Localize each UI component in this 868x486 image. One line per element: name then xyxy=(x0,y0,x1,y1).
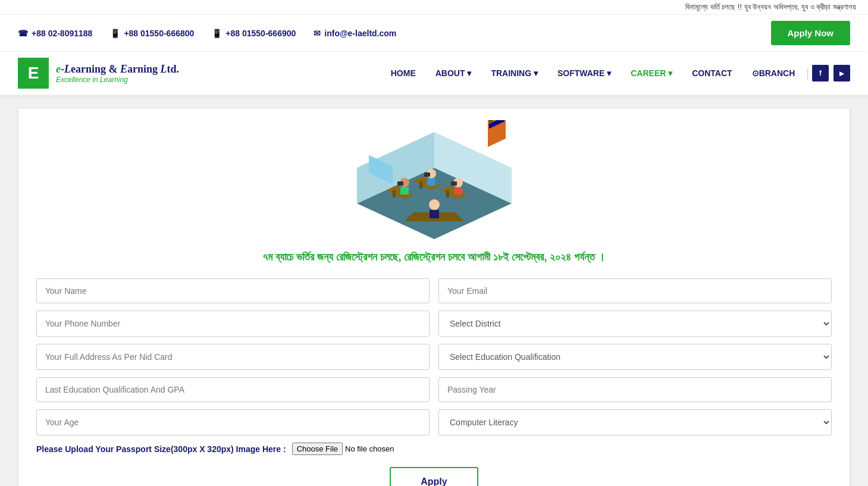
form-row-1 xyxy=(36,278,832,303)
education-select[interactable]: Select Education Qualification SSC HSC D… xyxy=(438,344,832,370)
phone-icon-2: 📱 xyxy=(110,29,120,38)
phone-icon-3: 📱 xyxy=(212,29,222,38)
nav-item-training[interactable]: TRAINING ▾ xyxy=(482,64,546,83)
contact-bar: ☎ +88 02-8091188 📱 +88 01550-666800 📱 +8… xyxy=(0,15,868,52)
facebook-icon[interactable]: f xyxy=(812,65,829,81)
logo-area: E e-Learning & Earning Ltd. Excellence i… xyxy=(18,58,179,89)
phone-1: ☎ +88 02-8091188 xyxy=(18,29,92,38)
svg-rect-15 xyxy=(454,187,462,195)
apply-button-row: Apply xyxy=(36,467,832,486)
upload-row: Please Upload Your Passport Size(300px X… xyxy=(36,443,832,455)
apply-now-button[interactable]: Apply Now xyxy=(771,21,851,45)
logo-icon: E xyxy=(18,58,49,89)
nav-item-branch[interactable]: ⊙BRANCH xyxy=(744,64,804,83)
svg-rect-22 xyxy=(430,210,439,218)
nav-social: f ▶ xyxy=(812,65,850,81)
form-row-3: Select Education Qualification SSC HSC D… xyxy=(36,344,832,370)
district-select[interactable]: Select District Dhaka Chittagong Rajshah… xyxy=(438,311,832,337)
svg-rect-19 xyxy=(400,187,409,195)
phone-2-value: +88 01550-666800 xyxy=(124,29,194,38)
apply-button[interactable]: Apply xyxy=(390,467,478,486)
nav-divider: | xyxy=(806,67,809,80)
form-row-2: Select District Dhaka Chittagong Rajshah… xyxy=(36,311,832,337)
logo-title: e-Learning & Earning Ltd. xyxy=(56,63,179,76)
youtube-icon[interactable]: ▶ xyxy=(833,65,850,81)
marquee-text: বিনামূল্যে ভর্তি চলছে !! যুব উন্নয়ন অধি… xyxy=(685,2,856,11)
svg-rect-11 xyxy=(427,178,435,186)
classroom-illustration xyxy=(345,120,524,239)
nav-item-about[interactable]: ABOUT ▾ xyxy=(427,64,480,83)
email-input[interactable] xyxy=(438,278,832,303)
nav-item-contact[interactable]: CONTACT xyxy=(684,64,740,83)
logo-subtitle: Excellence in Learning xyxy=(56,76,179,84)
file-upload-input[interactable] xyxy=(292,443,438,455)
svg-point-21 xyxy=(429,199,440,210)
name-input[interactable] xyxy=(36,278,430,303)
nav-item-software[interactable]: SOFTWARE ▾ xyxy=(549,64,619,83)
phone-icon-1: ☎ xyxy=(18,29,28,38)
address-input[interactable] xyxy=(36,344,430,370)
email-icon: ✉ xyxy=(314,29,321,38)
email: ✉ info@e-laeltd.com xyxy=(314,29,396,38)
nav-links: HOME ABOUT ▾ TRAINING ▾ SOFTWARE ▾ CAREE… xyxy=(383,64,850,83)
logo-e: e xyxy=(56,63,61,75)
nav-item-home[interactable]: HOME xyxy=(383,64,424,83)
application-form: Select District Dhaka Chittagong Rajshah… xyxy=(36,278,832,486)
phone-3: 📱 +88 01550-666900 xyxy=(212,29,296,38)
upload-label: Please Upload Your Passport Size(300px X… xyxy=(36,444,286,454)
illustration-area xyxy=(36,120,832,239)
navbar: E e-Learning & Earning Ltd. Excellence i… xyxy=(0,52,868,96)
svg-rect-25 xyxy=(397,181,403,186)
form-row-5: Computer Literacy Basic Intermediate Adv… xyxy=(36,409,832,435)
phone-3-value: +88 01550-666900 xyxy=(225,29,296,38)
phone-1-value: +88 02-8091188 xyxy=(32,29,92,38)
form-row-4 xyxy=(36,377,832,402)
top-marquee-bar: বিনামূল্যে ভর্তি চলছে !! যুব উন্নয়ন অধি… xyxy=(0,0,868,15)
age-input[interactable] xyxy=(36,409,430,435)
svg-rect-23 xyxy=(424,173,430,177)
computer-literacy-select[interactable]: Computer Literacy Basic Intermediate Adv… xyxy=(438,409,832,435)
phone-input[interactable] xyxy=(36,311,430,337)
email-value: info@e-laeltd.com xyxy=(324,29,396,38)
svg-rect-9 xyxy=(419,181,422,189)
contact-items: ☎ +88 02-8091188 📱 +88 01550-666800 📱 +8… xyxy=(18,29,396,38)
passing-year-input[interactable] xyxy=(438,377,832,402)
last-edu-input[interactable] xyxy=(36,377,430,402)
svg-rect-24 xyxy=(451,181,457,186)
nav-item-career[interactable]: CAREER ▾ xyxy=(622,64,681,83)
phone-2: 📱 +88 01550-666800 xyxy=(110,29,194,38)
main-content: ৭ম ব্যাচে ভর্তির জন্য রেজিস্ট্রেশন চলছে,… xyxy=(18,108,850,486)
registration-notice: ৭ম ব্যাচে ভর্তির জন্য রেজিস্ট্রেশন চলছে,… xyxy=(36,251,832,264)
logo-text: e-Learning & Earning Ltd. Excellence in … xyxy=(56,63,179,84)
svg-rect-13 xyxy=(446,190,449,197)
svg-rect-17 xyxy=(393,190,396,197)
